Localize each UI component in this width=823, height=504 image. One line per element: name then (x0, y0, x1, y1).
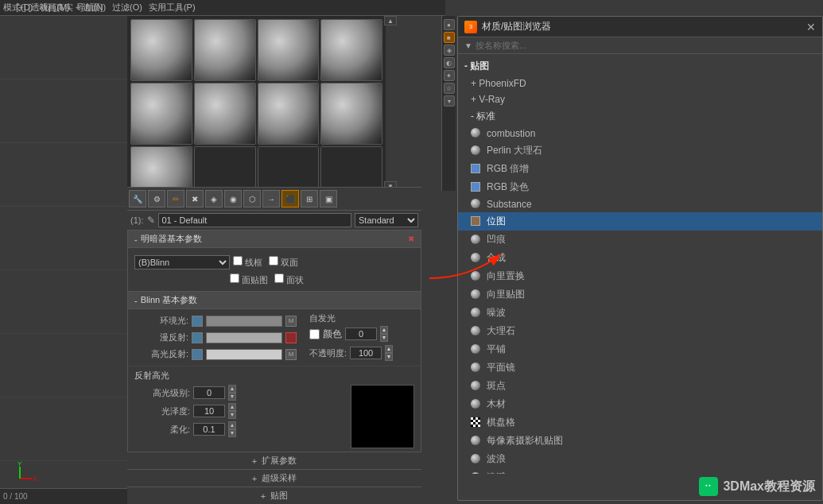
tool-btn-1[interactable]: 🔧 (129, 190, 146, 207)
sphere-icon-1[interactable]: ● (444, 19, 455, 30)
browser-close-btn[interactable]: ✕ (806, 21, 816, 33)
item-composite[interactable]: 合成 (458, 249, 822, 267)
search-input[interactable] (476, 41, 816, 50)
ambient-map-btn[interactable]: M (285, 316, 297, 327)
wire-label: 线框 (233, 256, 262, 269)
ambient-input[interactable] (206, 316, 282, 327)
sphere-2[interactable] (194, 19, 256, 81)
sphere-icon-color[interactable]: ■ (444, 32, 455, 43)
item-rgb-tint[interactable]: RGB 染色 (458, 178, 822, 196)
scroll-up[interactable]: ▲ (384, 16, 397, 25)
sphere-icon-2[interactable]: ◈ (444, 45, 455, 56)
gloss-down[interactable]: ▼ (228, 411, 236, 419)
item-flat-mirror[interactable]: 平面镜 (458, 359, 822, 377)
sphere-grid-container (127, 16, 386, 191)
material-type-dropdown[interactable]: Standard (355, 213, 418, 227)
gloss-up[interactable]: ▲ (228, 403, 236, 411)
tool-btn-3[interactable]: ✏ (167, 190, 184, 207)
sphere-7[interactable] (258, 83, 320, 145)
item-substance[interactable]: Substance (458, 196, 822, 212)
expand-btn-2[interactable]: + 超级采样 (127, 469, 421, 487)
faceted-checkbox[interactable] (274, 273, 284, 283)
expand-btn-1[interactable]: + 扩展参数 (127, 452, 421, 469)
sphere-6[interactable] (194, 83, 256, 145)
sphere-row-3 (127, 145, 386, 191)
opacity-value[interactable] (350, 347, 382, 359)
item-bitmap[interactable]: 位图 (458, 212, 822, 231)
sphere-icon-4[interactable]: ✦ (444, 70, 455, 81)
close-shader-icon[interactable]: ✖ (408, 235, 414, 243)
item-wood[interactable]: 木材 (458, 395, 822, 413)
tool-btn-5[interactable]: ◈ (205, 190, 223, 207)
diffuse-map-btn[interactable] (285, 332, 297, 343)
shader-basic-header[interactable]: - 明暗器基本参数 ✖ (128, 231, 421, 248)
soften-input[interactable] (193, 423, 225, 436)
sphere-5[interactable] (130, 83, 192, 145)
item-dent[interactable]: 凹痕 (458, 231, 822, 249)
diffuse-input[interactable] (206, 332, 282, 343)
item-splat[interactable]: 泼溅 (458, 468, 822, 474)
tool-btn-2[interactable]: ⚙ (148, 190, 165, 207)
spec-level-down[interactable]: ▼ (228, 393, 236, 401)
gloss-input[interactable] (193, 405, 225, 417)
sphere-1[interactable] (130, 19, 192, 81)
sphere-4[interactable] (320, 19, 382, 81)
sphere-3[interactable] (258, 19, 320, 81)
sphere-8[interactable] (320, 83, 382, 145)
blinn-type-select[interactable]: (B)Blinn (134, 255, 230, 269)
subsection-phoenixfd[interactable]: + PhoenixFD (458, 76, 822, 91)
illum-spin-up[interactable]: ▲ (380, 326, 388, 334)
tool-btn-9[interactable]: ⊞ (301, 190, 318, 207)
opacity-spin-down[interactable]: ▼ (385, 353, 393, 361)
item-map[interactable]: 向里贴图 (458, 285, 822, 304)
item-camera-map[interactable]: 每像素摄影机贴图 (458, 432, 822, 450)
sphere-icon-6[interactable]: ▾ (444, 95, 455, 107)
material-name-input[interactable] (158, 213, 352, 227)
tool-btn-6[interactable]: ◉ (224, 190, 242, 207)
section-maps[interactable]: - 贴图 (458, 57, 822, 76)
color-checkbox[interactable] (309, 329, 320, 339)
tool-btn-4[interactable]: ✖ (186, 190, 204, 207)
eyedropper-icon[interactable]: ✎ (147, 215, 155, 226)
menu-item-filter[interactable]: 过滤(O) (112, 2, 142, 14)
svg-text:X: X (33, 475, 37, 483)
illum-value[interactable] (345, 328, 377, 340)
specular-map-btn[interactable]: M (285, 349, 297, 360)
menu-item-util[interactable]: 实用工具(P) (149, 2, 196, 14)
item-speckle[interactable]: 斑点 (458, 377, 822, 395)
specular-color-btn[interactable] (192, 349, 203, 360)
expand-btn-3[interactable]: + 贴图 (127, 487, 421, 504)
item-checker[interactable]: 棋盘格 (458, 413, 822, 432)
spec-level-up[interactable]: ▲ (228, 385, 236, 393)
tool-btn-7[interactable]: ⬡ (243, 190, 261, 207)
soften-down[interactable]: ▼ (228, 429, 236, 437)
soften-up[interactable]: ▲ (228, 421, 236, 429)
item-rgb-mul[interactable]: RGB 倍增 (458, 160, 822, 178)
tool-btn-8[interactable]: → (262, 190, 280, 207)
item-marble[interactable]: 大理石 (458, 322, 822, 340)
face-map-checkbox[interactable] (230, 273, 239, 283)
item-displace[interactable]: 向里置换 (458, 267, 822, 285)
sphere-icon-3[interactable]: ◐ (444, 57, 455, 68)
ambient-color-btn[interactable] (192, 316, 203, 327)
sphere-9[interactable] (130, 146, 192, 191)
sphere-icon-5[interactable]: ☆ (444, 83, 455, 94)
subsection-standard-header[interactable]: - 标准 (458, 107, 822, 126)
tool-btn-10[interactable]: ▣ (320, 190, 337, 207)
subsection-vray[interactable]: + V-Ray (458, 91, 822, 107)
item-perlin[interactable]: Perlin 大理石 (458, 142, 822, 160)
blinn-params-header[interactable]: - Blinn 基本参数 (128, 291, 421, 309)
opacity-spin-up[interactable]: ▲ (385, 345, 393, 353)
illum-spin-down[interactable]: ▼ (380, 334, 388, 342)
item-noise[interactable]: 噪波 (458, 304, 822, 322)
browser-app-icon: 3 (464, 21, 477, 33)
tool-btn-active[interactable]: ⬛ (281, 190, 299, 207)
item-waves[interactable]: 波浪 (458, 450, 822, 468)
wire-checkbox[interactable] (233, 256, 243, 266)
diffuse-color-btn[interactable] (192, 332, 203, 343)
specular-input[interactable] (206, 349, 282, 360)
spec-level-input[interactable] (193, 386, 225, 399)
item-tiles[interactable]: 平铺 (458, 340, 822, 359)
item-combustion[interactable]: combustion (458, 126, 822, 142)
double-checkbox[interactable] (269, 256, 278, 266)
